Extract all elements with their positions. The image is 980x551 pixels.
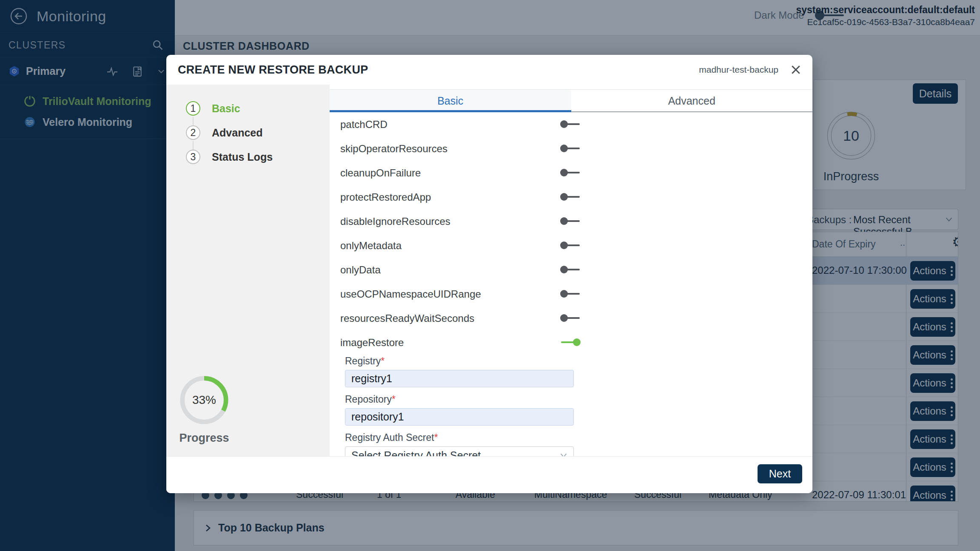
repository-input[interactable] <box>345 408 574 426</box>
registry-label: Registry* <box>345 355 574 367</box>
step-number: 3 <box>186 150 200 164</box>
toggle-row-cleanuponfailure: cleanupOnFailure <box>330 161 812 185</box>
toggle-switch[interactable] <box>560 217 581 225</box>
modal-footer: Next <box>166 456 812 493</box>
create-restore-backup-modal: CREATE NEW RESTORE BACKUP madhur-test-ba… <box>166 55 812 493</box>
toggle-switch[interactable] <box>560 193 581 201</box>
toggle-row-disableignoreresources: disableIgnoreResources <box>330 209 812 233</box>
toggle-row-imagerestore: imageRestore <box>330 330 812 355</box>
modal-title: CREATE NEW RESTORE BACKUP <box>178 63 699 77</box>
registry-input[interactable] <box>345 370 574 387</box>
toggle-row-useocpnamespaceuidrange: useOCPNamespaceUIDRange <box>330 282 812 306</box>
tab-advanced[interactable]: Advanced <box>571 90 813 112</box>
toggle-row-protectrestoredapp: protectRestoredApp <box>330 185 812 209</box>
step-number: 1 <box>186 101 200 116</box>
toggle-row-resourcesreadywaitseconds: resourcesReadyWaitSeconds <box>330 306 812 330</box>
modal-content: Basic Advanced patchCRD skipOperatorReso… <box>330 85 812 456</box>
toggle-switch[interactable] <box>560 265 581 274</box>
toggle-switch[interactable] <box>560 290 581 298</box>
repository-label: Repository* <box>345 394 574 405</box>
toggle-row-patchcrd: patchCRD <box>330 112 812 136</box>
next-button[interactable]: Next <box>758 464 802 483</box>
image-restore-form: Registry* Repository* Registry Auth Secr… <box>345 355 574 464</box>
toggle-row-onlymetadata: onlyMetadata <box>330 233 812 258</box>
progress-label: Progress <box>170 432 238 445</box>
registry-auth-secret-label: Registry Auth Secret* <box>345 432 574 443</box>
modal-header: CREATE NEW RESTORE BACKUP madhur-test-ba… <box>166 55 812 85</box>
toggle-switch[interactable] <box>560 241 581 250</box>
backup-name: madhur-test-backup <box>699 65 778 75</box>
step-label: Advanced <box>212 127 262 139</box>
tab-basic[interactable]: Basic <box>330 90 571 112</box>
step-advanced[interactable]: 2 Advanced <box>186 125 262 140</box>
modal-tabs: Basic Advanced <box>330 89 812 112</box>
progress-percent: 33% <box>179 375 229 425</box>
toggle-switch[interactable] <box>560 314 581 322</box>
step-label: Status Logs <box>212 151 273 163</box>
step-basic[interactable]: 1 Basic <box>186 101 240 116</box>
step-status-logs[interactable]: 3 Status Logs <box>186 150 273 164</box>
toggle-list: patchCRD skipOperatorResources cleanupOn… <box>330 112 812 355</box>
modal-stepper-panel: 1 Basic 2 Advanced 3 Status Logs 33% Pro… <box>166 85 330 456</box>
toggle-switch[interactable] <box>560 120 581 128</box>
step-label: Basic <box>212 102 240 115</box>
toggle-row-skipoperatorresources: skipOperatorResources <box>330 136 812 161</box>
toggle-row-onlydata: onlyData <box>330 258 812 282</box>
toggle-switch[interactable] <box>560 168 581 177</box>
toggle-switch[interactable] <box>560 144 581 153</box>
toggle-switch[interactable] <box>560 338 581 347</box>
step-number: 2 <box>186 125 200 140</box>
close-icon[interactable] <box>789 63 802 76</box>
